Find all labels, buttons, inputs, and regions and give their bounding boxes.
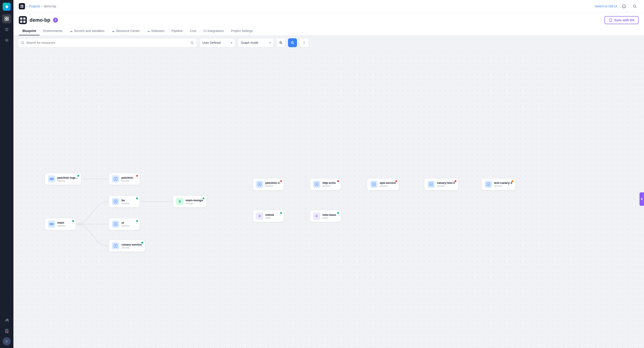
node-petclinic-status-dot — [136, 175, 138, 177]
sidebar-item-settings[interactable] — [2, 36, 11, 45]
svg-rect-18 — [20, 6, 22, 8]
node-istio-base-status-dot — [337, 212, 339, 214]
tab-ci-integrations[interactable]: CI Integrations — [200, 27, 228, 35]
node-opa-service[interactable]: opa-serviceservice — [367, 178, 399, 190]
user-avatar[interactable]: D — [3, 337, 11, 345]
node-opa-service-info: opa-serviceservice — [380, 181, 396, 187]
node-ui-name: ui — [122, 221, 129, 224]
svg-point-44 — [51, 179, 52, 179]
view-chevron-icon: ▾ — [269, 41, 271, 44]
node-petclinic-ingr[interactable]: petclinic-ingr...ingress — [45, 173, 82, 185]
node-canary-test-2-icon — [428, 181, 435, 188]
canvas-toolbar: User Defined ▾ Graph mode ▾ — [14, 36, 644, 50]
sidebar-item-docs[interactable]: ! — [2, 326, 11, 336]
breadcrumb-projects[interactable]: Projects — [29, 4, 40, 8]
tab-cost[interactable]: Cost — [186, 27, 200, 35]
node-test-canary-3[interactable]: test-canary-3service — [482, 178, 516, 190]
node-petclinic-ingr-info: petclinic-ingr...ingress — [58, 176, 78, 182]
resource-icon: ☁ — [112, 29, 115, 33]
node-petclinic-ingr-type: ingress — [58, 179, 78, 182]
node-main-mongo[interactable]: main-mongomongo — [173, 196, 206, 208]
breadcrumb-sep1: › — [26, 4, 28, 8]
app-logo[interactable] — [3, 3, 11, 11]
svg-point-20 — [633, 5, 636, 7]
node-petclinic-2-status-dot — [280, 180, 282, 182]
node-canary-test-2-info: canary-test-2service — [437, 181, 455, 187]
svg-point-53 — [50, 224, 51, 224]
topbar-left: › Projects › demo-bp — [19, 3, 56, 10]
svg-text:!: ! — [8, 332, 8, 333]
project-title-row: demo-bp Sync with Git — [19, 16, 639, 24]
node-petclinic[interactable]: petclinicservice — [109, 173, 140, 185]
svg-point-55 — [52, 224, 53, 224]
tab-project-settings-label: Project Settings — [231, 29, 253, 33]
view-mode-label: Graph mode — [241, 41, 258, 44]
node-istio-base[interactable]: istio-basehelm — [310, 210, 341, 222]
more-options-button[interactable] — [300, 38, 308, 47]
sidebar-item-list[interactable] — [2, 25, 11, 34]
svg-point-39 — [304, 42, 304, 43]
svg-point-40 — [304, 44, 304, 44]
switch-old-ui-link[interactable]: Switch to Old UI — [595, 4, 617, 8]
svg-rect-1 — [7, 17, 8, 18]
edge-main-to-be — [76, 202, 109, 224]
svg-line-28 — [23, 44, 24, 44]
notification-button[interactable] — [620, 2, 628, 10]
node-http-echo-icon — [313, 181, 320, 188]
node-main-mongo-icon — [176, 198, 183, 205]
filter-dropdown[interactable]: User Defined ▾ — [200, 38, 235, 47]
tab-resource-label: Resource Center — [116, 29, 140, 33]
canvas-wrapper: User Defined ▾ Graph mode ▾ — [14, 36, 644, 348]
node-be-info: beservice — [122, 198, 129, 205]
sidebar-item-blueprint[interactable] — [2, 14, 11, 23]
main-content: › Projects › demo-bp Switch to Old UI — [14, 0, 644, 348]
node-isitiod[interactable]: isitiodhelm — [253, 210, 284, 222]
node-be[interactable]: beservice — [109, 196, 140, 208]
sidebar-item-users[interactable] — [2, 316, 11, 325]
svg-point-43 — [50, 179, 51, 179]
svg-rect-25 — [20, 20, 22, 23]
sync-with-git-button[interactable]: Sync with Git — [604, 16, 639, 24]
node-petclinic-icon — [112, 175, 119, 182]
node-main-mongo-name: main-mongo — [186, 198, 203, 202]
node-ui-icon — [112, 220, 119, 228]
tab-environments[interactable]: Environments — [40, 27, 66, 35]
tab-releases[interactable]: ☁ Releases — [143, 27, 168, 35]
node-main-name: main — [58, 221, 65, 224]
node-http-echo-status-dot — [337, 180, 339, 182]
svg-point-7 — [6, 40, 8, 41]
tab-secrets[interactable]: ☁ Secrets and Variables — [66, 27, 108, 35]
node-be-name: be — [122, 198, 129, 202]
tab-project-settings[interactable]: Project Settings — [228, 27, 256, 35]
grid-view-button[interactable] — [288, 38, 297, 47]
collapse-panel-button[interactable] — [640, 192, 644, 206]
global-search-button[interactable] — [630, 2, 639, 10]
node-canary-service[interactable]: canary-serviceservice — [109, 240, 145, 252]
tab-blueprint-label: Blueprint — [22, 29, 36, 33]
node-test-canary-3-name: test-canary-3 — [494, 181, 512, 184]
svg-line-21 — [635, 7, 636, 8]
svg-point-9 — [8, 319, 8, 320]
node-main[interactable]: mainingress — [45, 218, 76, 230]
node-http-echo[interactable]: http-echoservice — [310, 178, 341, 190]
view-mode-dropdown[interactable]: Graph mode ▾ — [238, 38, 274, 47]
tab-pipeline[interactable]: Pipeline — [168, 27, 186, 35]
tab-resource-center[interactable]: ☁ Resource Center — [108, 27, 143, 35]
graph-canvas[interactable]: petclinic-ingr...ingress petclinicservic… — [14, 50, 644, 348]
node-isitiod-info: isitiodhelm — [266, 213, 274, 219]
graph-edges — [14, 50, 644, 348]
svg-rect-16 — [20, 5, 22, 6]
node-ui[interactable]: uiservice — [109, 218, 140, 230]
svg-point-8 — [6, 319, 8, 320]
zoom-search-button[interactable] — [276, 38, 285, 47]
resource-search-box[interactable] — [18, 38, 197, 47]
node-petclinic-ingr-icon — [48, 175, 55, 182]
node-main-mongo-status-dot — [202, 198, 204, 199]
node-petclinic-2-info: petclinic-2service — [266, 181, 280, 187]
search-input[interactable] — [26, 41, 188, 44]
project-logo — [19, 16, 27, 24]
tab-blueprint[interactable]: Blueprint — [19, 27, 40, 35]
node-petclinic-2[interactable]: petclinic-2service — [253, 178, 284, 190]
sidebar: ! D — [0, 0, 14, 348]
node-canary-test-2[interactable]: canary-test-2service — [424, 178, 458, 190]
